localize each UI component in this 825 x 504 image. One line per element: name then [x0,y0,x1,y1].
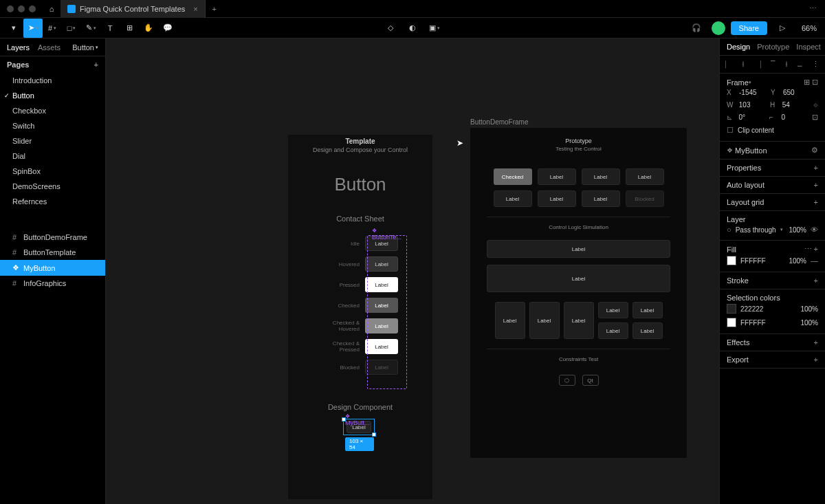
page-item[interactable]: SpinBox [0,164,105,179]
inspect-tab[interactable]: Inspect [796,43,820,51]
layer-item[interactable]: #ButtonTemplate [0,245,105,260]
align-right-icon[interactable]: ⎹ [754,60,761,69]
headphones-icon[interactable]: 🎧 [687,19,706,38]
present-button[interactable]: ▷ [773,19,792,38]
home-button[interactable]: ⌂ [43,0,60,18]
resources-tool[interactable]: ⊞ [120,19,139,38]
demo-button[interactable]: Label [538,168,576,185]
fill-swatch[interactable] [727,256,736,265]
frame-tool[interactable]: #▾ [43,19,62,38]
frame-icon: # [12,233,19,241]
align-center-icon[interactable]: ⫲ [742,60,745,69]
demo-button[interactable]: Label [495,302,525,339]
settings-icon[interactable]: ⚙ [811,146,818,155]
pages-header: Pages [7,61,29,69]
demo-button[interactable]: Label [538,190,576,207]
zoom-level[interactable]: 66% [798,24,821,32]
radius-input[interactable]: 0 [782,113,808,121]
demo-button[interactable]: Label [632,302,663,318]
fill-hex[interactable]: FFFFFF [740,257,766,265]
link-icon[interactable]: ⟐ [813,100,818,109]
boolean-icon[interactable]: ▣▾ [425,19,444,38]
x-input[interactable]: -1545 [739,89,767,96]
main-menu-button[interactable]: ▾ [4,19,23,38]
color-swatch[interactable] [727,304,736,314]
page-item[interactable]: Button [0,88,105,103]
figma-logo-icon: ⬡ [559,375,575,386]
share-button[interactable]: Share [731,21,767,35]
page-item[interactable]: Refernces [0,194,105,209]
template-frame[interactable]: Template Design and Compose your Control… [288,135,432,499]
demo-button[interactable]: Label [494,190,532,207]
page-item[interactable]: DemoScreens [0,179,105,194]
align-left-icon[interactable]: ⎸ [725,60,732,69]
layer-item[interactable]: #ButtonDemoFrame [0,230,105,245]
demo-button[interactable]: Checked [494,168,532,185]
add-button[interactable]: + [814,181,818,189]
clip-content-checkbox[interactable]: Clip content [738,127,774,134]
page-selector[interactable]: Button ▾ [72,43,98,52]
corners-icon[interactable]: ⊡ [812,113,818,122]
move-tool[interactable]: ➤▾ [23,19,43,38]
close-tab-icon[interactable]: × [189,5,197,13]
demo-frame[interactable]: ButtonDemoFrame Prototype Testing the Co… [470,128,687,458]
align-bottom-icon[interactable]: ⎽ [798,60,802,69]
eye-icon[interactable]: 👁 [811,226,818,234]
rotation-input[interactable]: 0° [739,113,765,121]
demo-button[interactable]: Label [487,240,670,258]
demo-button[interactable]: Label [487,265,670,292]
page-item[interactable]: Slider [0,133,105,149]
resize-icon[interactable]: ⊞ ⊡ [804,78,818,87]
component-icon[interactable]: ◇ [381,19,400,38]
prototype-tab[interactable]: Prototype [757,43,789,51]
demo-button[interactable]: Label [632,322,663,339]
h-input[interactable]: 54 [782,101,809,109]
demo-button[interactable]: Label [582,168,620,185]
color-swatch[interactable] [727,318,736,327]
page-item[interactable]: Introduction [0,73,105,88]
demo-button[interactable]: Blocked [626,190,664,207]
assets-tab[interactable]: Assets [38,43,60,52]
opacity-input[interactable]: 100% [789,226,806,234]
add-button[interactable]: + [814,355,818,364]
distribute-icon[interactable]: ⋮ [812,60,820,69]
hide-icon[interactable]: — [811,256,818,265]
pen-tool[interactable]: ✎▾ [81,19,100,38]
add-button[interactable]: + [814,338,818,347]
text-tool[interactable]: T [100,19,120,38]
add-page-button[interactable]: + [94,61,98,69]
design-tab[interactable]: Design [727,43,750,51]
add-button[interactable]: + [814,164,818,172]
align-middle-icon[interactable]: ⫲ [785,60,788,69]
layer-item[interactable]: ❖MyButton [0,260,105,276]
add-button[interactable]: + [814,276,818,285]
demo-button[interactable]: Label [529,302,560,339]
file-tab[interactable]: Figma Quick Control Templates × [60,0,206,18]
demo-button[interactable]: Label [626,168,664,185]
hand-tool[interactable]: ✋ [139,19,158,38]
layer-item[interactable]: #InfoGraphics [0,276,105,291]
canvas[interactable]: ➤ Template Design and Compose your Contr… [106,39,719,504]
add-tab-button[interactable]: + [206,5,223,13]
demo-button[interactable]: Label [564,302,594,339]
demo-button[interactable]: Label [598,302,628,318]
menu-dots-icon[interactable]: ⋯ [809,4,825,13]
comment-tool[interactable]: 💬 [158,19,177,38]
window-controls[interactable] [0,6,43,12]
align-top-icon[interactable]: ⎺ [771,60,776,69]
autolayout-header: Auto layout [727,181,764,189]
demo-button[interactable]: Label [582,190,620,207]
page-item[interactable]: Switch [0,118,105,133]
layers-tab[interactable]: Layers [7,43,30,52]
mask-icon[interactable]: ◐ [403,19,422,38]
add-button[interactable]: + [814,198,818,206]
page-item[interactable]: Checkbox [0,103,105,118]
demo-button[interactable]: Label [598,322,628,339]
page-item[interactable]: Dial [0,149,105,164]
shape-tool[interactable]: □▾ [62,19,81,38]
w-input[interactable]: 103 [739,101,766,109]
avatar[interactable] [712,21,725,35]
blend-mode[interactable]: Pass through [736,226,776,234]
styles-icon[interactable]: ⋯ + [804,245,818,254]
y-input[interactable]: 650 [783,89,811,96]
